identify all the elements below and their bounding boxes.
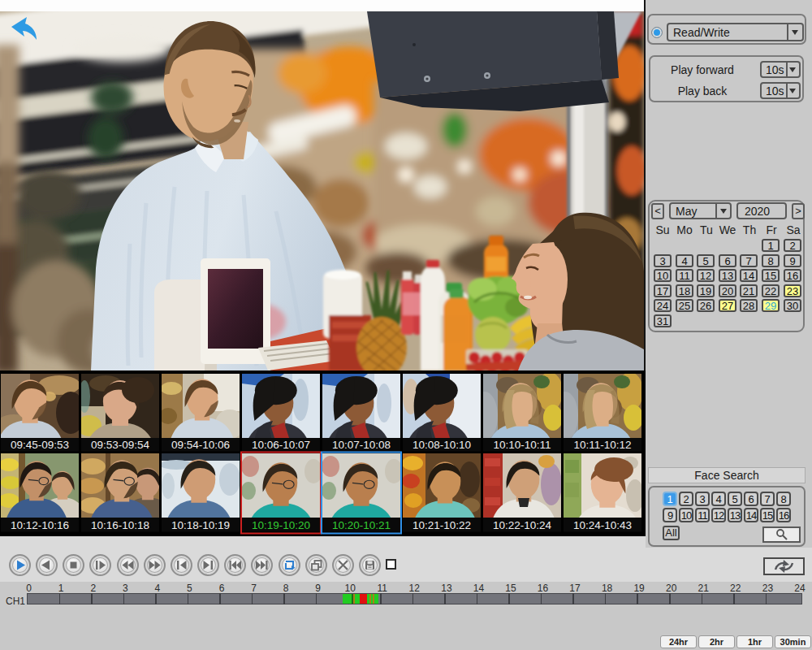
svg-text:10:19-10:20: 10:19-10:20 — [252, 519, 310, 531]
svg-text:09:53-09:54: 09:53-09:54 — [91, 439, 150, 451]
svg-text:09:45-09:53: 09:45-09:53 — [11, 439, 69, 451]
svg-text:10:16-10:18: 10:16-10:18 — [91, 519, 149, 531]
svg-text:10:20-10:21: 10:20-10:21 — [332, 519, 391, 531]
svg-text:10:10-10:11: 10:10-10:11 — [493, 439, 551, 451]
svg-text:10:24-10:43: 10:24-10:43 — [573, 519, 632, 531]
svg-text:09:54-10:06: 09:54-10:06 — [171, 439, 230, 451]
svg-text:10:07-10:08: 10:07-10:08 — [332, 439, 391, 451]
svg-text:10:12-10:16: 10:12-10:16 — [11, 519, 69, 531]
svg-text:10:08-10:10: 10:08-10:10 — [412, 439, 471, 451]
svg-text:10:11-10:12: 10:11-10:12 — [573, 439, 631, 451]
svg-text:10:18-10:19: 10:18-10:19 — [171, 519, 230, 531]
svg-text:10:22-10:24: 10:22-10:24 — [493, 519, 552, 531]
svg-text:10:21-10:22: 10:21-10:22 — [412, 519, 471, 531]
svg-text:10:06-10:07: 10:06-10:07 — [252, 439, 310, 451]
